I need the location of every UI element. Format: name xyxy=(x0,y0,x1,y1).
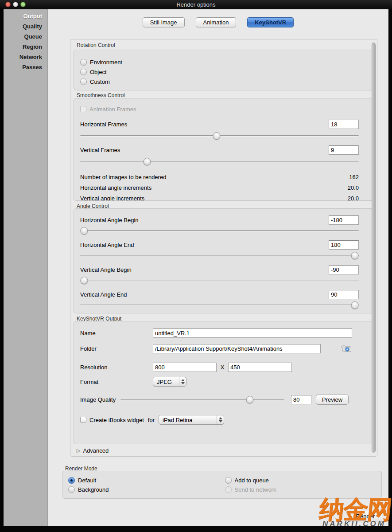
render-button[interactable]: Render xyxy=(349,511,382,522)
sidebar: Output Quality Queue Region Network Pass… xyxy=(4,9,48,526)
resolution-height-input[interactable] xyxy=(228,363,292,372)
h-angle-begin-input[interactable] xyxy=(329,215,359,225)
radio-send-to-network-control xyxy=(225,486,232,493)
vertical-frames-slider[interactable] xyxy=(80,157,359,166)
image-quality-slider[interactable] xyxy=(120,395,284,404)
slider-track[interactable] xyxy=(80,230,359,231)
sidebar-item-passes[interactable]: Passes xyxy=(4,62,47,72)
images-count-row: Number of images to be rendered 162 xyxy=(80,172,359,182)
horizontal-frames-input[interactable] xyxy=(329,120,359,129)
vertical-scrollbar-thumb[interactable] xyxy=(372,43,376,453)
sidebar-item-output[interactable]: Output xyxy=(4,11,47,21)
h-angle-end-input[interactable] xyxy=(329,240,359,250)
tab-still-image[interactable]: Still Image xyxy=(143,17,185,27)
name-label: Name xyxy=(80,330,153,336)
slider-track[interactable] xyxy=(120,399,284,400)
vertical-frames-input[interactable] xyxy=(329,145,359,155)
tab-animation[interactable]: Animation xyxy=(196,17,237,27)
slider-thumb[interactable] xyxy=(351,252,358,259)
create-ibooks-checkbox[interactable] xyxy=(80,417,86,423)
radio-environment[interactable]: Environment xyxy=(80,57,368,67)
slider-track[interactable] xyxy=(80,305,359,306)
radio-custom-label: Custom xyxy=(90,78,110,85)
slider-thumb[interactable] xyxy=(351,301,358,309)
images-count-label: Number of images to be rendered xyxy=(80,174,166,180)
sidebar-item-region[interactable]: Region xyxy=(4,42,47,52)
sidebar-item-quality[interactable]: Quality xyxy=(4,21,47,31)
horizontal-frames-slider[interactable] xyxy=(80,132,359,141)
angle-control-group: Horizontal Angle Begin Horizontal Angle … xyxy=(74,208,375,313)
slider-track[interactable] xyxy=(80,255,359,256)
radio-add-to-queue-control[interactable] xyxy=(225,477,232,484)
folder-input[interactable] xyxy=(153,344,321,353)
radio-object[interactable]: Object xyxy=(80,67,368,77)
slider-track[interactable] xyxy=(80,161,359,162)
animation-frames-label: Animation Frames xyxy=(89,106,136,113)
resolution-width-input[interactable] xyxy=(153,363,217,372)
device-select[interactable]: iPad Retina xyxy=(159,415,224,425)
radio-background-control[interactable] xyxy=(68,486,75,493)
v-angle-end-slider[interactable] xyxy=(80,301,359,310)
animation-frames-checkbox xyxy=(80,106,86,112)
preview-button[interactable]: Preview xyxy=(316,395,349,405)
stepper-arrows-icon xyxy=(217,415,224,424)
format-value: JPEG xyxy=(153,379,179,385)
settings-panel: Rotation Control Environment Object Cust… xyxy=(70,39,377,457)
radio-add-to-queue-label: Add to queue xyxy=(235,477,269,484)
render-options-window: Output Quality Queue Region Network Pass… xyxy=(4,9,388,526)
render-mode-group: Default Background Add to queue Send to … xyxy=(62,471,382,499)
slider-track[interactable] xyxy=(80,280,359,281)
slider-thumb[interactable] xyxy=(143,158,151,165)
slider-thumb[interactable] xyxy=(246,396,254,403)
format-select[interactable]: JPEG xyxy=(153,377,186,387)
h-angle-begin-slider[interactable] xyxy=(80,227,359,235)
image-quality-row: Image Quality Preview xyxy=(80,395,352,405)
radio-send-to-network: Send to network xyxy=(225,485,382,494)
radio-send-to-network-label: Send to network xyxy=(235,486,276,493)
radio-environment-control[interactable] xyxy=(80,59,87,66)
tab-keyshotvr[interactable]: KeyShotVR xyxy=(247,17,294,27)
slider-thumb[interactable] xyxy=(81,227,88,235)
vertical-increments-value: 20.0 xyxy=(348,195,359,201)
v-angle-begin-input[interactable] xyxy=(329,265,359,274)
device-value: iPad Retina xyxy=(159,417,217,423)
vertical-frames-label: Vertical Frames xyxy=(80,147,120,153)
radio-custom-control[interactable] xyxy=(80,78,87,85)
radio-add-to-queue[interactable]: Add to queue xyxy=(225,476,382,485)
radio-environment-label: Environment xyxy=(90,59,122,66)
radio-default[interactable]: Default xyxy=(68,476,225,485)
v-angle-begin-slider[interactable] xyxy=(80,276,359,285)
resolution-x-label: X xyxy=(217,364,228,371)
h-angle-end-slider[interactable] xyxy=(80,251,359,260)
browse-folder-button[interactable] xyxy=(341,344,352,353)
ibooks-row: Create iBooks widget for iPad Retina xyxy=(80,415,352,425)
vertical-increments-label: Vertical angle increments xyxy=(80,195,144,201)
sidebar-item-network[interactable]: Network xyxy=(4,52,47,62)
radio-custom[interactable]: Custom xyxy=(80,77,368,86)
for-label: for xyxy=(148,417,155,423)
slider-thumb[interactable] xyxy=(81,277,88,284)
name-row: Name xyxy=(80,329,352,338)
v-angle-end-input[interactable] xyxy=(329,290,359,299)
slider-thumb[interactable] xyxy=(213,132,221,140)
horizontal-frames-label: Horizontal Frames xyxy=(80,121,127,128)
radio-default-control[interactable] xyxy=(68,477,75,484)
radio-background[interactable]: Background xyxy=(68,485,225,494)
advanced-disclosure[interactable]: ▷ Advanced xyxy=(77,447,109,454)
sidebar-item-queue[interactable]: Queue xyxy=(4,31,47,42)
name-input[interactable] xyxy=(153,329,352,338)
window-title: Render options xyxy=(0,1,392,8)
smoothness-control-group: Animation Frames Horizontal Frames Verti… xyxy=(74,98,375,201)
h-angle-begin-label: Horizontal Angle Begin xyxy=(80,217,139,223)
format-label: Format xyxy=(80,379,153,385)
image-quality-input[interactable] xyxy=(291,395,311,404)
radio-object-control[interactable] xyxy=(80,69,87,75)
v-angle-begin-row: Vertical Angle Begin xyxy=(80,265,359,274)
images-count-value: 162 xyxy=(349,174,359,180)
radio-object-label: Object xyxy=(90,69,107,75)
vertical-increments-row: Vertical angle increments 20.0 xyxy=(80,193,359,201)
tab-bar: Still Image Animation KeyShotVR xyxy=(48,17,388,27)
format-row: Format JPEG xyxy=(80,377,352,387)
keyshotvr-output-group: Name Folder xyxy=(74,321,375,444)
resolution-row: Resolution X xyxy=(80,363,352,372)
